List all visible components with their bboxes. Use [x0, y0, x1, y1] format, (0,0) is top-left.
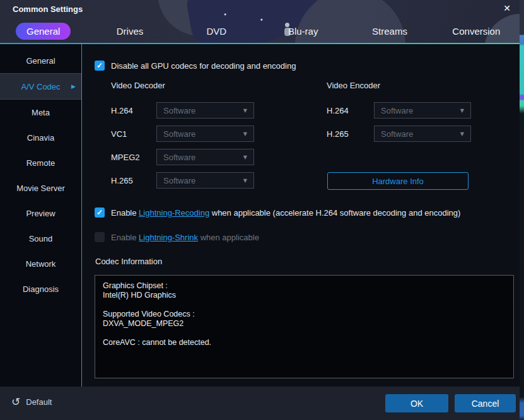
footer-bar: ↺ Default OK Cancel — [0, 387, 520, 420]
lightning-recoding-row: Enable Lightning-Recoding when applicabl… — [95, 207, 460, 218]
lightning-shrink-row: Enable Lightning-Shrink when applicable — [95, 232, 259, 242]
tab-label: General — [16, 23, 71, 40]
gpu-codecs-label: Disable all GPU codecs for decoding and … — [111, 61, 296, 71]
lightning-shrink-checkbox[interactable] — [95, 232, 105, 242]
decoder-select-h-264[interactable]: Software▼ — [156, 102, 254, 119]
sidebar-nav: GeneralA/V Codec▶MetaCinaviaRemoteMovie … — [0, 44, 82, 387]
decoder-row-vc1: VC1Software▼ — [111, 125, 254, 142]
sidebar-item-a-v-codec[interactable]: A/V Codec▶ — [0, 73, 81, 100]
chevron-down-icon: ▼ — [460, 108, 464, 114]
sidebar-item-network[interactable]: Network — [0, 251, 81, 276]
encoder-select-h-265[interactable]: Software▼ — [374, 125, 471, 142]
close-icon[interactable]: ✕ — [501, 3, 513, 13]
video-encoder-title: Video Encoder — [327, 81, 471, 92]
tab-label: Streams — [372, 26, 407, 37]
sidebar-item-label: A/V Codec — [21, 82, 60, 91]
lightning-recoding-label: Enable Lightning-Recoding when applicabl… — [111, 208, 460, 218]
sidebar-item-label: Remote — [26, 158, 55, 168]
sidebar-item-general[interactable]: General — [0, 48, 81, 73]
default-button-label: Default — [26, 397, 52, 407]
tab-blu-ray[interactable]: Blu-ray — [260, 19, 346, 43]
decoder-row-h-265: H.265Software▼ — [111, 172, 254, 189]
encoder-codec-label: H.264 — [327, 106, 374, 115]
chevron-down-icon: ▼ — [243, 155, 247, 160]
window-title: Common Settings — [13, 4, 83, 14]
dropdown-value: Software — [381, 106, 413, 115]
encoder-select-h-264[interactable]: Software▼ — [374, 102, 471, 119]
sidebar-item-movie-server[interactable]: Movie Server — [0, 175, 81, 201]
sidebar-item-label: Network — [26, 259, 56, 269]
sidebar-item-label: Movie Server — [16, 184, 65, 193]
title-bar: Common Settings ✕ — [0, 0, 520, 19]
sidebar-item-sound[interactable]: Sound — [0, 226, 81, 251]
shrink-label-prefix: Enable — [111, 233, 139, 242]
video-decoder-column: Video Decoder H.264Software▼VC1Software▼… — [111, 81, 254, 195]
sidebar-item-meta[interactable]: Meta — [0, 100, 81, 125]
decoder-codec-label: VC1 — [111, 129, 156, 139]
window-edge-background — [520, 0, 524, 420]
sidebar-item-label: Preview — [26, 209, 55, 218]
lightning-shrink-link[interactable]: Lightning-Shrink — [139, 233, 198, 242]
lightning-shrink-label: Enable Lightning-Shrink when applicable — [111, 233, 259, 242]
video-decoder-rows: H.264Software▼VC1Software▼MPEG2Software▼… — [111, 102, 254, 189]
sidebar-item-label: Meta — [32, 108, 50, 117]
gpu-codecs-row: Disable all GPU codecs for decoding and … — [95, 61, 296, 71]
decoder-codec-label: H.264 — [111, 106, 156, 115]
recoding-label-suffix: when applicable (accelerate H.264 softwa… — [209, 208, 460, 218]
video-decoder-title: Video Decoder — [111, 81, 254, 92]
decoder-select-h-265[interactable]: Software▼ — [156, 172, 254, 189]
tab-bar: GeneralDrivesDVDBlu-rayStreamsConversion — [0, 19, 520, 43]
sidebar-item-remote[interactable]: Remote — [0, 150, 81, 175]
tab-drives[interactable]: Drives — [86, 19, 173, 43]
chevron-down-icon: ▼ — [243, 178, 247, 184]
gpu-codecs-checkbox[interactable] — [95, 61, 105, 71]
tab-dvd[interactable]: DVD — [173, 19, 260, 43]
dropdown-value: Software — [163, 153, 195, 162]
chevron-down-icon: ▼ — [243, 131, 247, 137]
encoder-row-h-264: H.264Software▼ — [327, 102, 471, 119]
tab-label: Blu-ray — [288, 26, 318, 37]
chevron-down-icon: ▼ — [460, 131, 464, 137]
dropdown-value: Software — [163, 176, 195, 185]
decoder-row-h-264: H.264Software▼ — [111, 102, 254, 119]
reset-undo-icon: ↺ — [11, 397, 20, 407]
decoder-codec-label: H.265 — [111, 176, 156, 185]
tab-conversion[interactable]: Conversion — [433, 19, 520, 43]
hardware-info-button[interactable]: Hardware Info — [327, 172, 469, 190]
sidebar-item-label: General — [26, 56, 55, 66]
tab-streams[interactable]: Streams — [346, 19, 433, 43]
decoder-codec-label: MPEG2 — [111, 153, 156, 162]
codec-info-box[interactable]: Graphics Chipset : Intel(R) HD Graphics … — [95, 275, 514, 378]
sidebar-item-cinavia[interactable]: Cinavia — [0, 125, 81, 150]
encoder-row-h-265: H.265Software▼ — [327, 125, 471, 142]
common-settings-dialog: Common Settings ✕ GeneralDrivesDVDBlu-ra… — [0, 0, 524, 420]
decoder-select-mpeg2[interactable]: Software▼ — [156, 149, 254, 165]
sidebar-item-label: Sound — [29, 234, 53, 243]
decoder-select-vc1[interactable]: Software▼ — [156, 125, 254, 142]
dropdown-value: Software — [163, 129, 195, 139]
recoding-label-prefix: Enable — [111, 208, 139, 218]
tab-underline — [0, 43, 520, 44]
tab-label: Drives — [117, 26, 144, 37]
cancel-button[interactable]: Cancel — [455, 394, 516, 412]
dropdown-value: Software — [163, 106, 195, 115]
sidebar-item-diagnosis[interactable]: Diagnosis — [0, 276, 81, 301]
video-encoder-rows: H.264Software▼H.265Software▼ — [327, 102, 471, 142]
sidebar-item-label: Diagnosis — [23, 284, 59, 294]
tab-general[interactable]: General — [0, 19, 86, 43]
dropdown-value: Software — [381, 129, 413, 139]
lightning-recoding-link[interactable]: Lightning-Recoding — [139, 208, 209, 218]
sidebar-item-preview[interactable]: Preview — [0, 201, 81, 226]
chevron-right-icon: ▶ — [71, 83, 76, 90]
sidebar-item-label: Cinavia — [27, 133, 54, 143]
content-panel: Disable all GPU codecs for decoding and … — [83, 44, 520, 387]
decoder-row-mpeg2: MPEG2Software▼ — [111, 149, 254, 165]
default-button[interactable]: ↺ Default — [11, 397, 52, 407]
lightning-recoding-checkbox[interactable] — [95, 207, 105, 218]
ok-button[interactable]: OK — [385, 394, 448, 412]
tab-label: DVD — [206, 26, 226, 37]
tab-label: Conversion — [452, 26, 500, 37]
encoder-codec-label: H.265 — [327, 129, 374, 139]
header: Common Settings ✕ GeneralDrivesDVDBlu-ra… — [0, 0, 520, 44]
shrink-label-suffix: when applicable — [198, 233, 259, 242]
